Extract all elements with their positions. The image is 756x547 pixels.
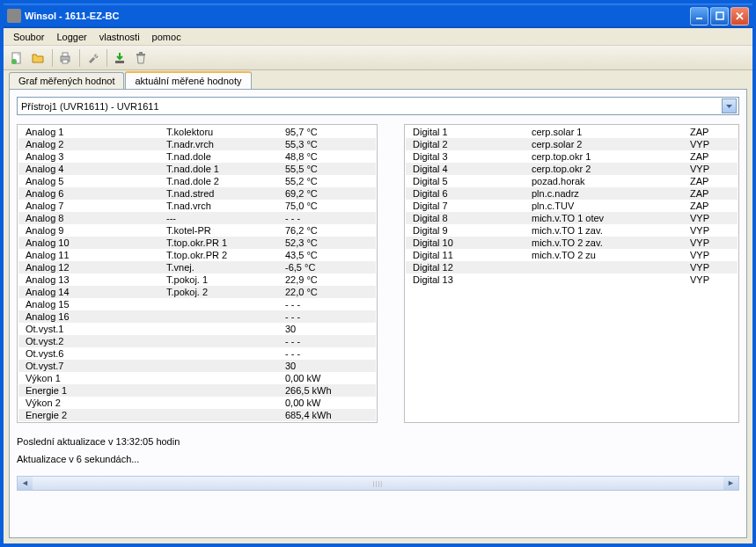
dropdown-value: Přístroj1 (UVR1611) - UVR1611 <box>21 101 722 112</box>
close-button[interactable]: ✕ <box>730 7 749 26</box>
row-name: Analog 1 <box>26 127 166 137</box>
row-label: T.nad.stred <box>166 188 285 199</box>
menu-logger[interactable]: Logger <box>50 30 92 44</box>
analog-row: Analog 15- - - <box>18 298 376 310</box>
new-file-icon[interactable] <box>7 48 26 68</box>
analog-row: Analog 7T.nad.vrch75,0 °C <box>18 200 376 212</box>
svg-rect-5 <box>62 53 68 56</box>
tab-graf[interactable]: Graf měřených hodnot <box>9 72 124 89</box>
row-value: 52,3 °C <box>285 237 369 248</box>
row-name: Analog 11 <box>26 250 166 260</box>
row-name: Digital 8 <box>413 213 532 223</box>
analog-row: Výkon 20,00 kW <box>18 397 376 409</box>
analog-row: Analog 14T.pokoj. 222,0 °C <box>18 286 376 298</box>
row-label: T.nad.dole 1 <box>166 164 285 174</box>
row-name: Analog 8 <box>26 213 166 223</box>
row-name: Analog 5 <box>26 176 166 186</box>
row-value: 30 <box>285 361 369 371</box>
dropdown-arrow-icon[interactable] <box>722 98 737 113</box>
row-label: pozad.horak <box>532 176 690 186</box>
analog-row: Energie 2685,4 kWh <box>18 409 376 421</box>
analog-row: Ot.vyst.730 <box>18 360 376 372</box>
row-label: cerp.top.okr 2 <box>532 164 690 174</box>
scroll-right-icon[interactable]: ► <box>723 477 738 490</box>
row-label: T.top.okr.PR 2 <box>166 250 285 260</box>
row-value: 43,5 °C <box>285 250 369 260</box>
row-label: T.nad.dole <box>166 151 285 162</box>
analog-row: Analog 10T.top.okr.PR 152,3 °C <box>18 237 376 249</box>
svg-point-3 <box>11 59 17 64</box>
row-name: Analog 12 <box>26 262 166 273</box>
settings-wrench-icon[interactable] <box>83 48 102 68</box>
row-value: 55,3 °C <box>285 139 369 150</box>
row-value: 55,2 °C <box>285 176 369 186</box>
row-name: Digital 12 <box>413 262 532 273</box>
digital-row: Digital 7pln.c.TUVZAP <box>406 200 738 212</box>
row-name: Digital 13 <box>413 274 532 285</box>
content-area: Přístroj1 (UVR1611) - UVR1611 Analog 1T.… <box>9 89 747 538</box>
row-name: Digital 6 <box>413 188 532 199</box>
row-value: - - - <box>285 348 369 359</box>
row-value: VYP <box>690 237 730 248</box>
row-label: cerp.top.okr 1 <box>532 151 690 162</box>
row-label: cerp.solar 2 <box>532 139 690 150</box>
row-value: VYP <box>690 225 730 236</box>
minimize-button[interactable] <box>690 7 708 26</box>
horizontal-scrollbar[interactable]: ◄ |||| ► <box>17 476 739 491</box>
row-value: ZAP <box>690 176 730 186</box>
svg-rect-0 <box>696 18 702 19</box>
digital-panel: Digital 1cerp.solar 1ZAPDigital 2cerp.so… <box>404 124 739 423</box>
analog-row: Analog 9T.kotel-PR76,2 °C <box>18 224 376 237</box>
row-value: 685,4 kWh <box>285 410 369 420</box>
analog-row: Analog 12T.vnej.-6,5 °C <box>18 261 376 274</box>
analog-row: Analog 3T.nad.dole48,8 °C <box>18 150 376 163</box>
menu-soubor[interactable]: Soubor <box>7 30 50 44</box>
maximize-button[interactable] <box>710 7 729 26</box>
digital-row: Digital 3cerp.top.okr 1ZAP <box>406 150 738 163</box>
row-label: T.nad.dole 2 <box>166 176 285 186</box>
row-name: Digital 9 <box>413 225 532 236</box>
print-icon[interactable] <box>55 48 75 68</box>
analog-row: Analog 2T.nadr.vrch55,3 °C <box>18 138 376 150</box>
analog-row: Analog 1T.kolektoru95,7 °C <box>18 126 376 138</box>
menu-vlastnosti[interactable]: vlastnosti <box>93 30 146 44</box>
digital-row: Digital 5pozad.horakZAP <box>406 175 738 187</box>
tab-aktualni[interactable]: aktuální měřené hodnoty <box>125 71 251 89</box>
row-label: T.nadr.vrch <box>166 139 285 150</box>
row-value: VYP <box>690 274 730 285</box>
open-folder-icon[interactable] <box>28 48 48 68</box>
trash-icon[interactable] <box>131 48 150 68</box>
row-value: - - - <box>285 336 369 346</box>
row-name: Ot.vyst.1 <box>26 324 166 334</box>
row-label: T.kolektoru <box>166 127 285 137</box>
row-name: Energie 1 <box>26 385 166 396</box>
scroll-track[interactable]: |||| <box>33 480 723 486</box>
svg-rect-7 <box>115 61 124 63</box>
row-name: Ot.vyst.2 <box>26 336 166 346</box>
svg-rect-8 <box>136 54 145 55</box>
svg-rect-9 <box>139 52 143 54</box>
row-value: VYP <box>690 139 730 150</box>
row-value: 0,00 kW <box>285 397 369 408</box>
device-dropdown[interactable]: Přístroj1 (UVR1611) - UVR1611 <box>17 97 739 115</box>
toolbar <box>4 46 752 70</box>
row-name: Digital 3 <box>413 151 532 162</box>
row-name: Analog 7 <box>26 201 166 211</box>
menu-pomoc[interactable]: pomoc <box>146 30 187 44</box>
svg-rect-1 <box>716 12 723 19</box>
tabbar: Graf měřených hodnot aktuální měřené hod… <box>4 70 752 89</box>
analog-row: Analog 13T.pokoj. 122,9 °C <box>18 274 376 286</box>
analog-row: Ot.vyst.6- - - <box>18 347 376 360</box>
row-name: Výkon 1 <box>26 373 166 383</box>
row-value: VYP <box>690 250 730 260</box>
digital-row: Digital 2cerp.solar 2VYP <box>406 138 738 150</box>
analog-row: Energie 1266,5 kWh <box>18 384 376 397</box>
row-value: ZAP <box>690 188 730 199</box>
row-value: 76,2 °C <box>285 225 369 236</box>
row-value: 48,8 °C <box>285 151 369 162</box>
app-icon <box>7 9 21 23</box>
row-value: 266,5 kWh <box>285 385 369 396</box>
download-icon[interactable] <box>110 48 129 68</box>
scroll-left-icon[interactable]: ◄ <box>18 477 33 490</box>
row-value: VYP <box>690 262 730 273</box>
